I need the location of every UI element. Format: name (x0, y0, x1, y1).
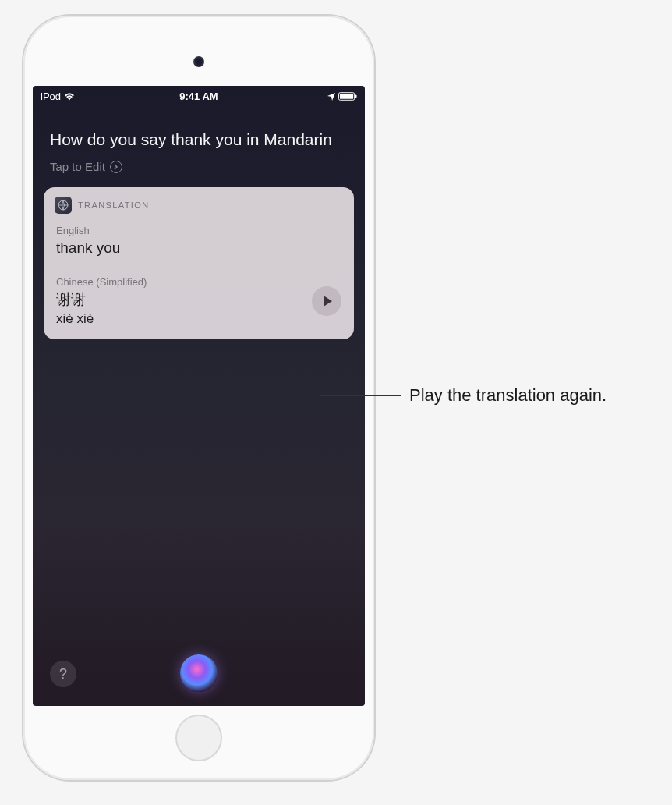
source-text: thank you (56, 238, 341, 258)
translation-target-section: Chinese (Simplified) 谢谢 xiè xiè (44, 268, 354, 339)
play-icon (324, 296, 332, 307)
chevron-right-icon (110, 161, 122, 173)
status-right (327, 92, 357, 101)
target-language-label: Chinese (Simplified) (56, 276, 147, 288)
front-camera (193, 56, 204, 67)
card-header: TRANSLATION (44, 187, 354, 220)
source-language-label: English (56, 225, 341, 236)
device-frame: iPod 9:41 AM How do you say thank you in… (23, 16, 374, 780)
svg-rect-1 (340, 94, 353, 99)
status-left: iPod (41, 90, 75, 102)
tap-to-edit-label: Tap to Edit (50, 160, 105, 173)
translation-source-section: English thank you (44, 220, 354, 268)
screen: iPod 9:41 AM How do you say thank you in… (33, 86, 365, 706)
svg-rect-2 (355, 95, 357, 98)
translation-header-label: TRANSLATION (78, 200, 150, 210)
play-translation-button[interactable] (312, 286, 341, 316)
home-button[interactable] (175, 715, 222, 761)
translation-card: TRANSLATION English thank you Chinese (S… (44, 187, 354, 339)
tap-to-edit-button[interactable]: Tap to Edit (33, 157, 365, 187)
translation-app-icon (55, 197, 72, 214)
target-text-group: Chinese (Simplified) 谢谢 xiè xiè (56, 276, 147, 327)
callout-line (320, 395, 401, 396)
target-romanization: xiè xiè (56, 311, 147, 327)
siri-orb-button[interactable] (180, 654, 218, 692)
callout-play-translation: Play the translation again. (409, 385, 607, 406)
status-bar: iPod 9:41 AM (33, 86, 365, 105)
location-icon (327, 93, 335, 101)
battery-icon (338, 92, 357, 101)
device-label: iPod (41, 90, 61, 102)
status-time: 9:41 AM (179, 90, 218, 102)
wifi-icon (64, 92, 75, 101)
siri-query-text: How do you say thank you in Mandarin (33, 105, 365, 157)
siri-bottom-bar (33, 654, 365, 692)
target-text: 谢谢 (56, 289, 147, 310)
